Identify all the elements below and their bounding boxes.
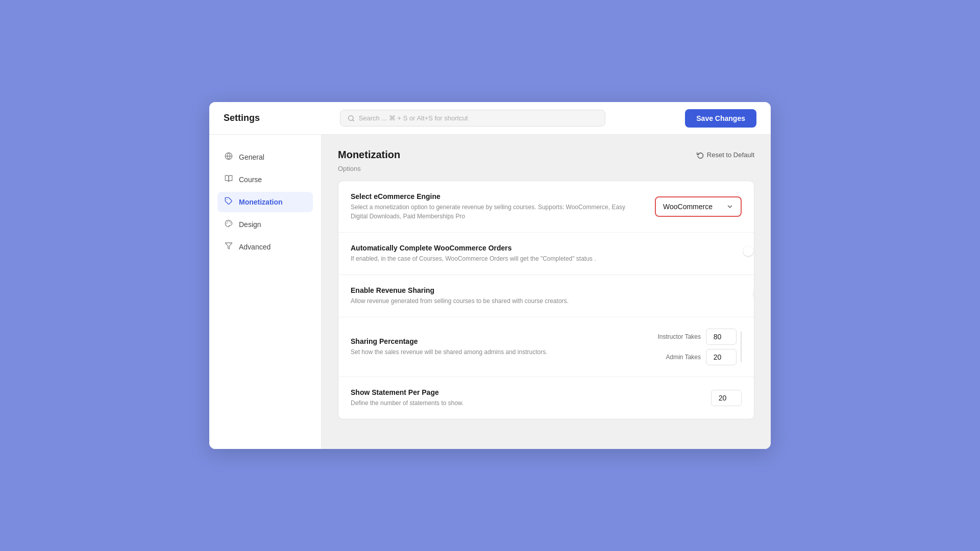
search-bar[interactable]: Search ... ⌘ + S or Alt+S for shortcut <box>340 110 605 127</box>
divider <box>741 332 742 362</box>
setting-info-autocomplete: Automatically Complete WooCommerce Order… <box>351 244 742 263</box>
app-window: Settings Search ... ⌘ + S or Alt+S for s… <box>209 102 771 449</box>
svg-point-5 <box>229 221 230 222</box>
page-title: Settings <box>224 113 260 123</box>
tag-icon <box>225 197 233 207</box>
autocomplete-desc: If enabled, in the case of Courses, WooC… <box>351 254 729 263</box>
sidebar-item-label: Course <box>239 176 262 184</box>
ecommerce-desc: Select a monetization option to generate… <box>351 203 643 221</box>
settings-card: Select eCommerce Engine Select a monetiz… <box>338 181 754 419</box>
svg-line-1 <box>352 119 354 121</box>
save-changes-button[interactable]: Save Changes <box>685 109 756 128</box>
search-icon <box>348 115 355 122</box>
instructor-input[interactable] <box>706 329 737 345</box>
book-icon <box>225 174 233 185</box>
statement-label: Show Statement Per Page <box>351 388 699 396</box>
options-label: Options <box>338 165 754 172</box>
setting-info-revenue: Enable Revenue Sharing Allow revenue gen… <box>351 286 742 306</box>
admin-row: Admin Takes <box>666 349 737 365</box>
search-placeholder: Search ... ⌘ + S or Alt+S for shortcut <box>359 114 468 122</box>
statement-input[interactable] <box>711 390 742 406</box>
sidebar-item-course[interactable]: Course <box>217 169 313 190</box>
body-layout: General Course Monetization Design <box>209 135 771 449</box>
sidebar-item-monetization[interactable]: Monetization <box>217 192 313 212</box>
sidebar-item-label: Design <box>239 220 261 229</box>
setting-row-revenue-sharing: Enable Revenue Sharing Allow revenue gen… <box>338 275 754 317</box>
statement-control <box>711 390 742 406</box>
sidebar-item-label: Advanced <box>239 243 271 251</box>
ecommerce-control: WooCommerce <box>655 196 742 217</box>
reset-to-default-button[interactable]: Reset to Default <box>697 151 754 159</box>
admin-input[interactable] <box>706 349 737 365</box>
reset-label: Reset to Default <box>707 151 754 159</box>
design-icon <box>225 219 233 230</box>
sidebar-item-label: General <box>239 153 264 161</box>
admin-label: Admin Takes <box>666 354 701 361</box>
sidebar: General Course Monetization Design <box>209 135 322 449</box>
sidebar-item-label: Monetization <box>239 198 283 206</box>
advanced-icon <box>225 242 233 252</box>
sharing-control: Instructor Takes Admin Takes <box>658 329 742 365</box>
svg-marker-9 <box>225 243 232 249</box>
setting-row-sharing-pct: Sharing Percentage Set how the sales rev… <box>338 317 754 377</box>
autocomplete-label: Automatically Complete WooCommerce Order… <box>351 244 729 252</box>
page-header: Monetization Reset to Default <box>338 149 754 161</box>
header: Settings Search ... ⌘ + S or Alt+S for s… <box>209 102 771 135</box>
sharing-label: Sharing Percentage <box>351 337 646 345</box>
ecommerce-label: Select eCommerce Engine <box>351 192 643 201</box>
setting-info-ecommerce: Select eCommerce Engine Select a monetiz… <box>351 192 655 221</box>
globe-icon <box>225 152 233 162</box>
setting-row-autocomplete: Automatically Complete WooCommerce Order… <box>338 233 754 275</box>
sidebar-item-advanced[interactable]: Advanced <box>217 237 313 257</box>
revenue-label: Enable Revenue Sharing <box>351 286 729 294</box>
setting-info-statement: Show Statement Per Page Define the numbe… <box>351 388 711 408</box>
setting-row-statement: Show Statement Per Page Define the numbe… <box>338 377 754 419</box>
svg-point-7 <box>227 222 228 222</box>
chevron-down-icon <box>726 203 733 210</box>
dropdown-value: WooCommerce <box>663 203 713 211</box>
instructor-label: Instructor Takes <box>658 333 701 340</box>
ecommerce-dropdown[interactable]: WooCommerce <box>655 196 742 217</box>
statement-desc: Define the number of statements to show. <box>351 398 699 408</box>
sharing-desc: Set how the sales revenue will be shared… <box>351 347 646 357</box>
sharing-inputs: Instructor Takes Admin Takes <box>658 329 737 365</box>
reset-icon <box>697 152 704 159</box>
revenue-desc: Allow revenue generated from selling cou… <box>351 296 729 306</box>
svg-point-8 <box>227 223 227 224</box>
sidebar-item-general[interactable]: General <box>217 147 313 167</box>
instructor-row: Instructor Takes <box>658 329 737 345</box>
main-content: Monetization Reset to Default Options Se… <box>322 135 771 449</box>
svg-point-6 <box>230 223 231 223</box>
setting-row-ecommerce: Select eCommerce Engine Select a monetiz… <box>338 181 754 233</box>
sidebar-item-design[interactable]: Design <box>217 214 313 235</box>
setting-info-sharing: Sharing Percentage Set how the sales rev… <box>351 337 658 357</box>
monetization-title: Monetization <box>338 149 400 161</box>
